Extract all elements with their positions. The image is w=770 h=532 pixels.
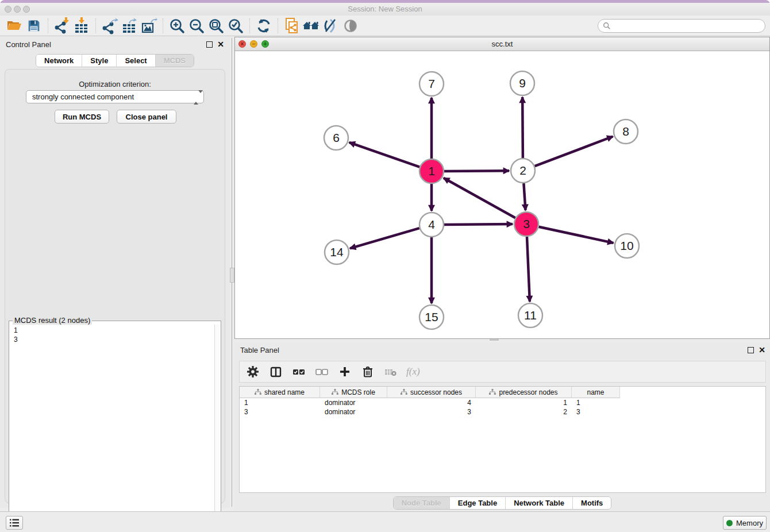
table-tab-network-table[interactable]: Network Table [505,497,572,509]
graph-edge-2-8[interactable] [535,137,613,167]
search-field[interactable] [598,19,765,33]
svg-text:4: 4 [428,218,435,231]
deselect-all-rows-button[interactable] [314,364,329,379]
table-cell[interactable]: 1 [572,398,620,407]
toolbar-separator [95,18,96,33]
table-cell[interactable]: 3 [240,407,320,417]
network-canvas[interactable]: 7968124314101511 [235,51,769,338]
graph-edge-3-11[interactable] [527,237,530,302]
check-all-icon [292,365,306,378]
refresh-view-button[interactable] [254,17,274,35]
table-cell[interactable]: 1 [240,398,320,407]
fit-selected-button[interactable] [226,17,245,35]
hide-graphics-details-button[interactable] [321,17,341,35]
node-table: shared nameMCDS rolesuccessor nodesprede… [239,386,766,493]
graph-node-9[interactable]: 9 [510,71,534,95]
graph-edge-3-10[interactable] [539,227,614,243]
delete-column-button[interactable] [360,364,375,379]
graph-edge-2-9[interactable] [522,97,523,158]
column-type-icon [489,389,496,395]
graph-edge-4-3[interactable] [444,224,513,225]
list-icon [9,518,20,527]
graph-edge-3-1[interactable] [444,178,515,218]
mcds-result-list: 13 [9,325,214,532]
import-table-button[interactable] [72,17,91,35]
table-cell[interactable]: 3 [387,407,476,417]
graph-node-14[interactable]: 14 [325,240,349,264]
graph-edge-1-6[interactable] [349,142,420,167]
table-row[interactable]: 3dominator323 [240,407,765,417]
table-cell[interactable]: 2 [476,407,572,417]
column-header-successor-nodes[interactable]: successor nodes [387,387,476,398]
create-column-button[interactable] [337,364,352,379]
table-cell[interactable]: 1 [476,398,572,407]
table-cell[interactable]: dominator [320,398,387,407]
graph-node-8[interactable]: 8 [614,119,638,144]
table-header-row: shared nameMCDS rolesuccessor nodesprede… [240,387,765,398]
table-tab-edge-table[interactable]: Edge Table [449,497,505,509]
column-header-name[interactable]: name [572,387,620,398]
float-panel-icon[interactable] [206,41,213,48]
memory-button[interactable]: Memory [723,516,767,530]
table-row[interactable]: 1dominator411 [240,398,765,407]
column-header-predecessor-nodes[interactable]: predecessor nodes [476,387,572,398]
graph-edge-1-2[interactable] [444,171,509,171]
show-graphics-details-button[interactable] [341,17,360,35]
table-cell[interactable]: dominator [320,407,387,417]
criterion-dropdown[interactable]: strongly connected component [26,90,204,103]
vertical-splitter[interactable] [230,37,234,508]
show-columns-button[interactable] [268,364,283,379]
task-history-button[interactable] [6,516,23,530]
graph-edge-2-3[interactable] [523,183,525,210]
graph-node-7[interactable]: 7 [419,72,444,96]
new-network-from-selection-button[interactable] [282,17,302,35]
network-window-titlebar[interactable]: × – + scc.txt [235,37,769,51]
tab-style[interactable]: Style [82,55,116,67]
first-neighbors-button[interactable] [302,17,321,35]
horizontal-splitter-grip[interactable] [490,339,499,341]
tab-network[interactable]: Network [36,55,82,67]
column-header-shared-name[interactable]: shared name [240,387,320,398]
zoom-out-button[interactable] [187,17,206,35]
export-image-button[interactable] [139,17,159,35]
fit-content-button[interactable] [206,17,226,35]
result-scrollbar[interactable] [214,325,220,532]
table-tab-motifs[interactable]: Motifs [572,497,611,509]
graph-node-15[interactable]: 15 [419,305,444,329]
open-session-button[interactable] [5,17,24,35]
graph-edge-4-14[interactable] [350,228,419,248]
graph-node-1[interactable]: 1 [419,159,444,183]
close-table-panel-icon[interactable]: ✕ [759,345,765,354]
graph-node-4[interactable]: 4 [419,213,444,237]
save-session-button[interactable] [24,17,44,35]
control-panel-tabs: NetworkStyleSelectMCDS [0,54,230,67]
tab-select[interactable]: Select [116,55,155,67]
svg-text:14: 14 [330,245,344,259]
svg-text:7: 7 [428,77,435,90]
table-cell[interactable]: 3 [572,407,620,417]
export-table-button[interactable] [120,17,139,35]
control-panel: Control Panel ✕ NetworkStyleSelectMCDS O… [0,37,230,508]
graph-node-3[interactable]: 3 [514,212,538,236]
import-network-button[interactable] [52,17,72,35]
graph-node-11[interactable]: 11 [518,303,542,327]
select-all-rows-button[interactable] [291,364,306,379]
table-cell[interactable]: 4 [387,398,476,407]
table-tab-node-table[interactable]: Node Table [394,497,449,509]
close-panel-icon[interactable]: ✕ [217,40,224,49]
column-header-MCDS-role[interactable]: MCDS role [320,387,387,398]
zoom-in-button[interactable] [167,17,187,35]
graph-node-10[interactable]: 10 [615,234,639,258]
search-input[interactable] [611,21,760,31]
graph-node-6[interactable]: 6 [324,126,348,150]
close-panel-button[interactable]: Close panel [117,110,176,124]
export-network-button[interactable] [100,17,120,35]
run-mcds-button[interactable]: Run MCDS [55,110,109,124]
tab-mcds[interactable]: MCDS [155,55,194,67]
table-panel: Table Panel ✕ [234,342,770,511]
network-graph[interactable]: 7968124314101511 [235,51,769,338]
splitter-grip[interactable] [230,268,234,283]
table-options-button[interactable] [245,364,260,379]
graph-node-2[interactable]: 2 [511,159,535,183]
float-table-panel-icon[interactable] [748,347,754,353]
